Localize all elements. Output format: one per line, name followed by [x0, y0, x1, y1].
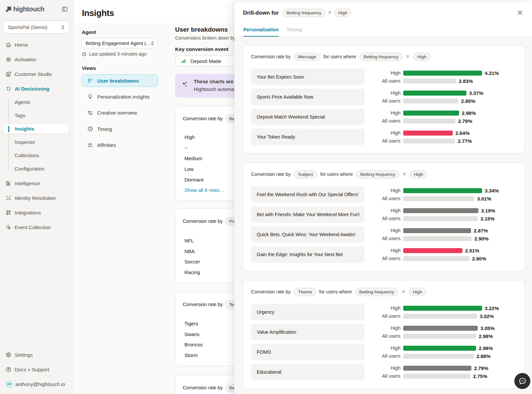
high-bar-line: High 3.05% — [365, 324, 517, 332]
key-conversion-label: Key conversion event — [175, 46, 228, 52]
view-item-timing[interactable]: Timing — [82, 123, 158, 135]
bar-pair: High 2.79% All users 2.75% — [365, 364, 517, 380]
close-icon[interactable] — [518, 10, 522, 15]
chat-widget-button[interactable] — [514, 373, 530, 389]
bar-pair: High 2.98% All users 2.79% — [365, 109, 517, 125]
by-pill: Message — [294, 53, 320, 61]
show-all-link[interactable]: Show all 6 rows… — [184, 185, 224, 195]
high-bar — [403, 248, 462, 253]
metric-rows: Feel the Weekend Rush with Our Special O… — [251, 186, 517, 266]
integrations-icon — [6, 210, 11, 215]
metric-row: Sports Price Available Now High 3.37% Al… — [251, 89, 517, 105]
breakdown-row: Tigers — [184, 318, 203, 329]
high-bar-line: High 3.22% — [365, 304, 517, 312]
sidebar: hightouch SportsPal (Demo) HomeActivatio… — [0, 0, 74, 394]
breakdown-row: Storm — [184, 350, 203, 361]
sidebar-item-home[interactable]: Home — [0, 37, 74, 52]
title-prefix: Conversion rate by — [183, 385, 223, 390]
clock-icon — [88, 126, 93, 132]
metric-rows: Urgency High 3.22% All users 3.02% Value… — [251, 304, 517, 384]
metric-label: Your Token Ready — [251, 129, 365, 145]
all-users-bar — [403, 354, 474, 359]
metric-label: Urgency — [251, 304, 365, 320]
key-conversion-value: Deposit Made — [190, 58, 221, 64]
drawer-tabs: PersonalizationTiming — [243, 27, 302, 37]
workspace-name: SportsPal (Demo) — [8, 24, 61, 30]
all-users-bar-line: All users 3.01% — [365, 195, 517, 202]
bar-series-label: High — [365, 110, 400, 116]
view-item-user-breakdowns[interactable]: User breakdowns — [82, 74, 158, 87]
title-prefix: Conversion rate by — [251, 172, 291, 177]
title-prefix: Conversion rate by — [251, 289, 291, 294]
metric-row: Quick Bets, Quick Wins: Your Weekend Awa… — [251, 226, 517, 243]
high-bar-line: High 2.98% — [365, 344, 517, 352]
bar-value: 2.51% — [465, 248, 479, 253]
sidebar-item-intelligence[interactable]: Intelligence — [0, 176, 74, 191]
view-item-affinities[interactable]: Affinities — [82, 139, 158, 152]
bar-value: 2.75% — [473, 373, 487, 379]
chevron-updown-icon — [61, 25, 65, 30]
all-users-bar — [403, 374, 470, 379]
metric-label: Gain the Edge: Insights for Your Next Be… — [251, 246, 365, 263]
view-item-personalization-insights[interactable]: Personalization insights — [82, 90, 158, 103]
sidebar-item-insights[interactable]: Insights — [3, 124, 69, 134]
bar-series-label: All users — [365, 353, 400, 359]
title-middle: for users where — [319, 289, 352, 294]
high-bar — [403, 306, 482, 311]
high-bar — [403, 208, 478, 213]
bar-value: 4.21% — [485, 70, 499, 76]
bar-pair: High 3.05% All users 2.98% — [365, 324, 517, 340]
high-bar-line: High 3.34% — [365, 187, 517, 195]
all-users-bar-line: All users 2.83% — [365, 77, 517, 85]
sidebar-item-activation[interactable]: Activation — [0, 52, 74, 67]
all-users-bar-line: All users 3.15% — [365, 214, 517, 222]
last-updated: Last updated 3 minutes ago — [82, 51, 146, 57]
val-pill: High — [413, 53, 430, 61]
bar-series-label: All users — [365, 118, 400, 124]
bar-series-label: High — [365, 248, 400, 253]
user-account[interactable]: ACanthony@hightouch.io — [0, 377, 74, 391]
active-indicator — [8, 126, 9, 132]
title-prefix: Conversion rate by — [183, 218, 223, 224]
metric-row: Your Token Ready High 2.64% All users 2.… — [251, 129, 517, 145]
sidebar-item-tags[interactable]: Tags — [0, 109, 74, 122]
sidebar-item-customer-studio[interactable]: Customer Studio — [0, 67, 74, 81]
sidebar-item-configuration[interactable]: Configuration — [0, 162, 74, 175]
gear-icon — [6, 352, 11, 358]
bar-series-label: High — [365, 325, 400, 331]
breakdown-row: High — [184, 132, 224, 142]
high-bar-line: High 3.19% — [365, 206, 517, 214]
workspace-selector[interactable]: SportsPal (Demo) — [3, 21, 69, 34]
sidebar-item-agents[interactable]: Agents — [0, 95, 74, 109]
bar-value: 3.05% — [480, 325, 495, 331]
sidebar-item-event-collection[interactable]: Event Collection — [0, 220, 74, 234]
bar-series-label: High — [365, 188, 400, 193]
sidebar-item-inspector[interactable]: Inspector — [0, 135, 74, 149]
all-users-bar — [403, 79, 456, 84]
tab-personalization[interactable]: Personalization — [243, 27, 279, 37]
bar-series-label: All users — [365, 333, 400, 339]
sidebar-item-identity-resolution[interactable]: Identity Resolution — [0, 191, 74, 205]
sidebar-item-settings[interactable]: Settings — [0, 347, 74, 362]
view-item-creative-overview[interactable]: Creative overview — [82, 107, 158, 119]
clock-icon — [82, 52, 86, 56]
sidebar-item-docs-support[interactable]: Docs + Support — [0, 362, 74, 377]
drilldown-card-theme: Conversion rate by Theme for users where… — [243, 280, 525, 389]
high-bar — [403, 326, 478, 331]
bulb-sparkle-icon — [88, 94, 93, 99]
bar-value: 2.79% — [458, 118, 472, 124]
all-users-bar — [403, 236, 472, 241]
sidebar-collapse-icon[interactable] — [62, 6, 68, 12]
logo-row: hightouch — [5, 6, 69, 13]
ai-banner-line2: Hightouch automati — [194, 86, 237, 92]
agent-select[interactable]: Betting Engagement Agent (… — [82, 38, 158, 48]
bar-pair: High 3.34% All users 3.01% — [365, 187, 517, 202]
sidebar-item-ai-decisioning[interactable]: AI Decisioning — [0, 81, 74, 96]
value-pill: High — [334, 9, 352, 17]
bar-value: 2.64% — [455, 130, 470, 136]
high-bar — [403, 131, 453, 136]
all-users-bar — [403, 334, 476, 339]
tab-timing[interactable]: Timing — [287, 27, 302, 37]
sidebar-item-integrations[interactable]: Integrations — [0, 205, 74, 220]
sidebar-item-collections[interactable]: Collections — [0, 149, 74, 162]
